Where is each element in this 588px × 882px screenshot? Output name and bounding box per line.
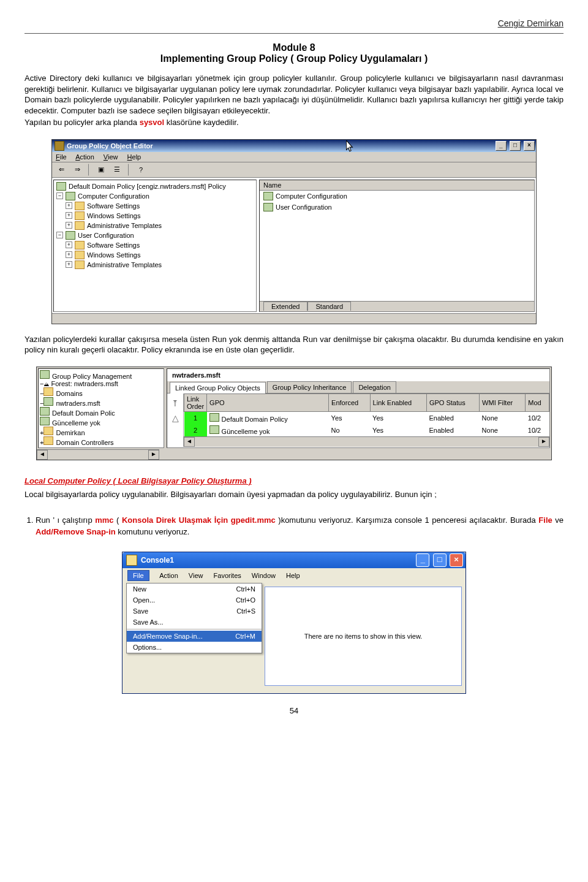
scroll-left-button[interactable]: ◄ xyxy=(184,437,195,447)
tree-uc[interactable]: User Configuration xyxy=(78,232,134,239)
expand-icon[interactable]: + xyxy=(66,241,72,248)
collapse-icon[interactable]: − xyxy=(56,192,63,199)
col-wmi-filter[interactable]: WMI Filter xyxy=(480,393,526,411)
properties-button[interactable]: ☰ xyxy=(110,164,124,176)
cell-lo: 2 xyxy=(184,424,207,436)
config-icon xyxy=(66,231,75,240)
menu-item-save[interactable]: SaveCtrl+S xyxy=(127,606,262,617)
list-column-name[interactable]: Name xyxy=(260,180,534,191)
tree-uc-ss[interactable]: Software Settings xyxy=(87,241,140,249)
col-link-enabled[interactable]: Link Enabled xyxy=(370,393,426,411)
expand-icon[interactable]: + xyxy=(66,261,72,268)
tab-linked[interactable]: Linked Group Policy Objects xyxy=(170,382,266,393)
list-item-uc[interactable]: User Configuration xyxy=(260,202,534,213)
gpm-dc[interactable]: Domain Controllers xyxy=(56,439,113,446)
menu-file[interactable]: File xyxy=(127,570,149,581)
tree-cc[interactable]: Computer Configuration xyxy=(78,192,149,200)
table-row[interactable]: 1 Default Domain Policy Yes Yes Enabled … xyxy=(184,411,549,424)
menu-view[interactable]: View xyxy=(189,572,203,579)
tab-extended[interactable]: Extended xyxy=(263,302,307,311)
menu-view[interactable]: View xyxy=(104,153,118,161)
cell-mod: 10/2 xyxy=(526,411,549,424)
forward-button[interactable]: ⇒ xyxy=(70,164,84,176)
module-number: Module 8 xyxy=(24,42,564,53)
up-button[interactable]: ▣ xyxy=(94,164,108,176)
col-enforced[interactable]: Enforced xyxy=(329,393,370,411)
gpm-ddp[interactable]: Default Domain Polic xyxy=(52,409,115,417)
outer-hscrollbar[interactable]: ◄► xyxy=(37,449,159,460)
minimize-button[interactable]: _ xyxy=(416,553,429,567)
close-button[interactable]: × xyxy=(524,141,535,151)
table-row[interactable]: 2 Güncelleme yok No Yes Enabled None 10/… xyxy=(184,424,549,436)
back-button[interactable]: ⇐ xyxy=(55,164,68,176)
tree-uc-at[interactable]: Administrative Templates xyxy=(87,261,162,268)
col-modified[interactable]: Mod xyxy=(526,393,549,411)
collapse-icon[interactable]: − xyxy=(56,232,63,238)
menu-action[interactable]: Action xyxy=(159,572,178,579)
move-up-button[interactable]: △ xyxy=(172,413,179,423)
help-button[interactable]: ? xyxy=(134,164,148,176)
gpm-gy[interactable]: Güncelleme yok xyxy=(52,419,100,427)
hscrollbar[interactable]: ◄► xyxy=(184,436,549,447)
menu-action[interactable]: Action xyxy=(75,153,94,161)
minimize-button[interactable]: _ xyxy=(496,141,507,151)
maximize-button[interactable]: □ xyxy=(510,141,521,151)
menu-item-addremove[interactable]: Add/Remove Snap-in...Ctrl+M xyxy=(127,631,262,642)
gpm-domain[interactable]: nwtraders.msft xyxy=(56,400,100,407)
folder-icon xyxy=(75,241,85,249)
cell-enf: No xyxy=(329,424,370,436)
cell-wf: None xyxy=(480,411,526,424)
expand-icon[interactable]: + xyxy=(66,222,72,229)
expand-icon[interactable]: + xyxy=(66,202,72,209)
list-item-cc[interactable]: Computer Configuration xyxy=(260,191,534,202)
folder-icon xyxy=(75,211,85,220)
gpm-demirkan[interactable]: Demirkan xyxy=(56,429,85,436)
menu-item-new[interactable]: NewCtrl+N xyxy=(127,584,262,595)
console1-titlebar: Console1 _ □ × xyxy=(123,552,466,568)
tree-cc-at[interactable]: Administrative Templates xyxy=(87,222,162,229)
gpo-tree[interactable]: Default Domain Policy [cengiz.nwtraders.… xyxy=(53,180,257,312)
move-top-button[interactable]: ⤒ xyxy=(172,398,179,408)
author-name: Cengiz Demirkan xyxy=(24,18,564,28)
tab-delegation[interactable]: Delegation xyxy=(353,381,396,393)
col-link-order[interactable]: Link Order xyxy=(184,393,207,411)
tree-cc-ws[interactable]: Windows Settings xyxy=(87,212,140,219)
col-gpo[interactable]: GPO xyxy=(207,393,329,411)
menu-item-saveas[interactable]: Save As... xyxy=(127,617,262,628)
expand-icon[interactable]: + xyxy=(66,212,72,219)
policy-icon xyxy=(40,417,50,425)
policy-icon xyxy=(209,425,219,434)
paragraph-3: Local bilgisayarlarda policy uygulanabil… xyxy=(24,489,564,500)
close-button[interactable]: × xyxy=(450,553,463,567)
gpm-domains[interactable]: Domains xyxy=(56,390,82,397)
menu-help[interactable]: Help xyxy=(127,153,141,161)
file-word: File xyxy=(538,515,552,525)
maximize-button[interactable]: □ xyxy=(433,553,447,567)
tree-cc-ss[interactable]: Software Settings xyxy=(87,202,140,210)
gpm-forest[interactable]: Forest: nwtraders.msft xyxy=(51,380,118,387)
li1-e: komutunu veriyoruz. xyxy=(116,527,190,536)
menu-file[interactable]: FFileile xyxy=(56,153,67,161)
gpm-tree[interactable]: Group Policy Management −⛰ Forest: nwtra… xyxy=(38,368,164,448)
scroll-left-button[interactable]: ◄ xyxy=(37,450,48,460)
menu-help[interactable]: Help xyxy=(286,572,300,579)
page-number: 54 xyxy=(24,706,564,715)
scroll-right-button[interactable]: ► xyxy=(148,450,159,460)
menu-favorites[interactable]: Favorites xyxy=(214,572,241,579)
cell-enf: Yes xyxy=(329,411,370,424)
menu-separator xyxy=(127,629,262,629)
titlebar-buttons: _ □ × xyxy=(415,553,463,567)
menu-window[interactable]: Window xyxy=(252,572,276,579)
scroll-right-button[interactable]: ► xyxy=(538,437,549,447)
tab-inheritance[interactable]: Group Policy Inheritance xyxy=(267,381,352,393)
menu-item-options[interactable]: Options... xyxy=(127,642,262,653)
menu-item-open[interactable]: Open...Ctrl+O xyxy=(127,595,262,606)
li1-d: ve xyxy=(552,515,564,525)
cell-gs: Enabled xyxy=(426,411,479,424)
tree-root[interactable]: Default Domain Policy [cengiz.nwtraders.… xyxy=(69,183,226,190)
gpm-root[interactable]: Group Policy Management xyxy=(52,373,132,380)
col-gpo-status[interactable]: GPO Status xyxy=(426,393,479,411)
expand-icon[interactable]: + xyxy=(66,251,72,258)
tab-standard[interactable]: Standard xyxy=(307,302,351,311)
tree-uc-ws[interactable]: Windows Settings xyxy=(87,251,140,259)
